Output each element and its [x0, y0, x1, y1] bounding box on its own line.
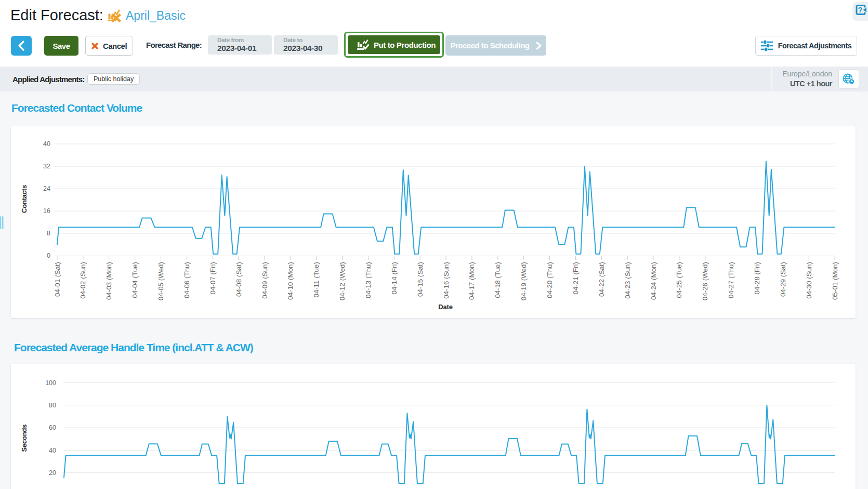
svg-text:04-04 (Tue): 04-04 (Tue): [131, 262, 139, 298]
svg-text:04-14 (Fri): 04-14 (Fri): [390, 262, 398, 295]
svg-text:04-24 (Mon): 04-24 (Mon): [650, 262, 657, 300]
svg-text:8: 8: [47, 230, 50, 237]
svg-text:05-01 (Mon): 05-01 (Mon): [831, 262, 839, 300]
svg-text:04-06 (Thu): 04-06 (Thu): [183, 262, 191, 298]
svg-text:04-09 (Sun): 04-09 (Sun): [261, 262, 269, 299]
svg-text:24: 24: [43, 185, 50, 192]
svg-text:04-29 (Sat): 04-29 (Sat): [779, 262, 787, 297]
svg-text:04-28 (Fri): 04-28 (Fri): [753, 262, 761, 295]
svg-text:04-16 (Sun): 04-16 (Sun): [442, 262, 450, 299]
svg-text:04-07 (Fri): 04-07 (Fri): [209, 262, 217, 295]
svg-text:04-10 (Mon): 04-10 (Mon): [286, 262, 294, 300]
svg-text:04-03 (Mon): 04-03 (Mon): [105, 262, 113, 300]
svg-text:100: 100: [45, 379, 56, 387]
svg-text:04-25 (Tue): 04-25 (Tue): [675, 262, 683, 298]
svg-text:04-23 (Sun): 04-23 (Sun): [624, 262, 632, 299]
svg-text:04-08 (Sat): 04-08 (Sat): [235, 262, 243, 297]
svg-text:04-18 (Tue): 04-18 (Tue): [494, 262, 502, 298]
svg-text:80: 80: [49, 402, 56, 409]
svg-text:Date: Date: [438, 303, 452, 311]
svg-text:04-21 (Fri): 04-21 (Fri): [572, 262, 580, 295]
svg-text:04-11 (Tue): 04-11 (Tue): [312, 262, 320, 297]
svg-text:Seconds: Seconds: [20, 425, 28, 452]
svg-text:40: 40: [43, 140, 50, 148]
svg-text:04-22 (Sat): 04-22 (Sat): [598, 262, 606, 297]
svg-text:04-02 (Sun): 04-02 (Sun): [79, 262, 87, 299]
svg-text:20: 20: [49, 469, 56, 477]
svg-text:04-27 (Thu): 04-27 (Thu): [727, 262, 735, 298]
svg-text:04-30 (Sun): 04-30 (Sun): [805, 262, 813, 299]
svg-text:04-26 (Wed): 04-26 (Wed): [701, 262, 709, 300]
svg-text:04-19 (Wed): 04-19 (Wed): [520, 262, 528, 300]
svg-text:04-13 (Thu): 04-13 (Thu): [364, 262, 372, 298]
svg-text:40: 40: [49, 447, 56, 454]
svg-text:Contacts: Contacts: [20, 185, 28, 213]
svg-text:60: 60: [49, 424, 56, 431]
svg-text:16: 16: [43, 207, 50, 215]
svg-text:0: 0: [47, 252, 50, 259]
svg-text:04-15 (Sat): 04-15 (Sat): [416, 262, 424, 297]
svg-text:04-12 (Wed): 04-12 (Wed): [338, 262, 346, 300]
svg-text:04-20 (Thu): 04-20 (Thu): [546, 262, 554, 298]
svg-text:04-01 (Sat): 04-01 (Sat): [54, 262, 61, 297]
svg-text:04-17 (Mon): 04-17 (Mon): [468, 262, 476, 300]
svg-text:32: 32: [43, 163, 50, 170]
svg-text:04-05 (Wed): 04-05 (Wed): [157, 262, 165, 300]
